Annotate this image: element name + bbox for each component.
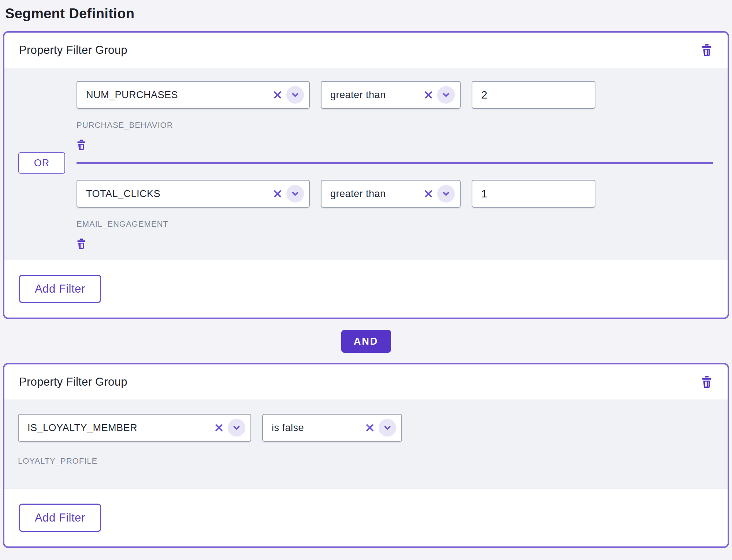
group-title: Property Filter Group xyxy=(19,375,127,389)
property-dropdown-toggle[interactable] xyxy=(228,419,245,437)
x-icon xyxy=(273,90,282,99)
chevron-down-icon xyxy=(290,189,300,199)
group-2-body: IS_LOYALTY_MEMBER is false xyxy=(4,400,728,489)
operator-dropdown-toggle[interactable] xyxy=(437,86,455,104)
filter-value-input[interactable] xyxy=(472,180,595,208)
delete-group-button[interactable] xyxy=(701,376,712,389)
page-title: Segment Definition xyxy=(0,0,732,22)
property-select-value: NUM_PURCHASES xyxy=(86,89,273,101)
group-1-body: NUM_PURCHASES greater than xyxy=(4,68,728,260)
property-select-value: IS_LOYALTY_MEMBER xyxy=(27,422,215,434)
chevron-down-icon xyxy=(383,423,392,433)
property-category-label: EMAIL_ENGAGEMENT xyxy=(77,219,713,229)
x-icon xyxy=(365,423,374,432)
filter-row: NUM_PURCHASES greater than xyxy=(77,81,713,109)
group-connector-and-button[interactable]: AND xyxy=(341,330,391,353)
x-icon xyxy=(424,90,433,99)
property-filter-group-1: Property Filter Group NUM_PURCHASES xyxy=(3,31,729,319)
operator-select[interactable]: greater than xyxy=(321,81,461,109)
clear-operator-button[interactable] xyxy=(424,189,433,198)
group-connector-wrap: AND xyxy=(0,330,732,353)
filter-block: IS_LOYALTY_MEMBER is false xyxy=(18,414,713,466)
trash-icon xyxy=(701,44,712,57)
filter-row: TOTAL_CLICKS greater than xyxy=(77,180,713,208)
filter-value-input[interactable] xyxy=(472,81,595,109)
filter-block: TOTAL_CLICKS greater than xyxy=(77,180,713,251)
property-category-label: LOYALTY_PROFILE xyxy=(18,456,713,466)
property-select[interactable]: IS_LOYALTY_MEMBER xyxy=(18,414,251,442)
chevron-down-icon xyxy=(441,90,451,100)
property-select-value: TOTAL_CLICKS xyxy=(86,188,273,200)
delete-filter-button[interactable] xyxy=(77,140,86,151)
group-2-header: Property Filter Group xyxy=(4,364,728,400)
group-title: Property Filter Group xyxy=(19,44,127,57)
clear-property-button[interactable] xyxy=(273,90,282,99)
trash-icon xyxy=(701,376,712,389)
group-1-footer: Add Filter xyxy=(4,260,728,318)
x-icon xyxy=(273,189,282,198)
operator-select[interactable]: greater than xyxy=(321,180,461,208)
delete-group-button[interactable] xyxy=(701,44,712,57)
filter-row: IS_LOYALTY_MEMBER is false xyxy=(18,414,713,442)
trash-icon xyxy=(77,238,86,249)
clear-operator-button[interactable] xyxy=(424,90,433,99)
operator-select[interactable]: is false xyxy=(262,414,402,442)
property-dropdown-toggle[interactable] xyxy=(286,185,304,203)
x-icon xyxy=(215,423,223,432)
property-dropdown-toggle[interactable] xyxy=(286,86,304,104)
x-icon xyxy=(424,189,433,198)
add-filter-button[interactable]: Add Filter xyxy=(19,275,101,303)
filter-block: NUM_PURCHASES greater than xyxy=(77,81,713,152)
operator-select-value: greater than xyxy=(330,188,424,200)
operator-dropdown-toggle[interactable] xyxy=(379,419,396,437)
clear-operator-button[interactable] xyxy=(365,423,374,432)
filter-connector-or-button[interactable]: OR xyxy=(18,152,65,174)
group-1-header: Property Filter Group xyxy=(4,33,728,68)
property-select[interactable]: NUM_PURCHASES xyxy=(77,81,310,109)
property-category-label: PURCHASE_BEHAVIOR xyxy=(77,120,713,130)
delete-filter-button[interactable] xyxy=(77,238,86,249)
chevron-down-icon xyxy=(290,90,300,100)
property-filter-group-2: Property Filter Group IS_LOYALTY_MEMBER xyxy=(3,363,729,548)
operator-select-value: is false xyxy=(272,422,365,434)
chevron-down-icon xyxy=(232,423,241,433)
operator-select-value: greater than xyxy=(330,89,424,101)
add-filter-button[interactable]: Add Filter xyxy=(19,504,101,532)
group-2-footer: Add Filter xyxy=(4,489,728,546)
page-bottom-gap xyxy=(0,548,732,557)
property-select[interactable]: TOTAL_CLICKS xyxy=(77,180,310,208)
filter-connector-line: OR xyxy=(77,162,713,164)
clear-property-button[interactable] xyxy=(215,423,223,432)
chevron-down-icon xyxy=(441,189,451,199)
segment-definition-page: Segment Definition Property Filter Group… xyxy=(0,0,732,560)
clear-property-button[interactable] xyxy=(273,189,282,198)
operator-dropdown-toggle[interactable] xyxy=(437,185,455,203)
trash-icon xyxy=(77,140,86,151)
